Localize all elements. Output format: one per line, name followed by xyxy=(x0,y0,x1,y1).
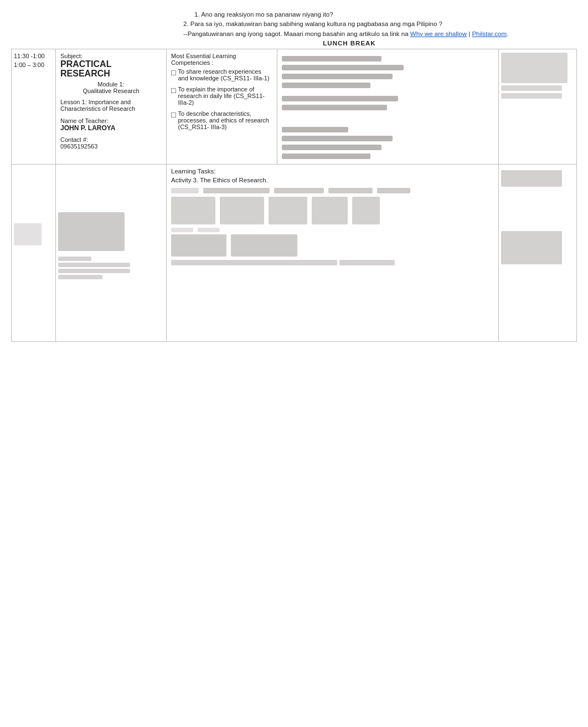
right-image-column xyxy=(499,49,576,164)
teacher-name: JOHN P. LAROYA xyxy=(60,124,162,132)
blur-line-b xyxy=(198,228,220,232)
melc-text-2: To explain the importance of research in… xyxy=(178,86,272,106)
blur-img-2 xyxy=(220,197,264,224)
blur-img-3 xyxy=(269,197,307,224)
blurred-line-7 xyxy=(282,127,348,132)
blur-1 xyxy=(171,188,199,193)
blurred-row-4 xyxy=(171,234,494,257)
blurred-line-5 xyxy=(282,96,398,101)
left-blurred-column xyxy=(12,165,56,341)
module-block: Module 1: Qualitative Research xyxy=(60,81,162,94)
blurred-subject-line-4 xyxy=(58,275,102,279)
subject-title: PRACTICAL RESEARCH xyxy=(60,59,162,79)
blur-2 xyxy=(203,188,270,193)
blur-img-4 xyxy=(312,197,348,224)
blurred-row-5 xyxy=(171,260,494,265)
contact-label: Contact #: xyxy=(60,136,162,143)
contact-block: Contact #: 09635192563 xyxy=(60,136,162,150)
blurred-line-9 xyxy=(282,145,381,150)
blurred-time-block xyxy=(14,223,42,245)
blurred-line-8 xyxy=(282,136,393,141)
melc-text-1: To share research experiences and knowle… xyxy=(178,68,272,81)
learning-tasks-column: Learning Tasks: Activity 3. The Ethics o… xyxy=(167,165,499,341)
module-desc: Qualitative Research xyxy=(60,88,162,94)
blur-long-line-2 xyxy=(339,260,395,265)
philstar-link[interactable]: Philstar.com xyxy=(472,30,507,37)
blur-img-5 xyxy=(352,197,380,224)
main-content-section: 11:30 -1:00 1:00 – 3:00 Subject: PRACTIC… xyxy=(11,49,577,165)
teacher-block: Name of Teacher: JOHN P. LAROYA xyxy=(60,117,162,132)
melc-column: Most Essential Learning Competencies : □… xyxy=(167,49,277,164)
top-section: 1. Ano ang reaksiyon mo sa pananaw niyan… xyxy=(11,6,577,47)
learning-tasks-title: Learning Tasks: xyxy=(171,168,494,175)
pangatuwiran-text: --Pangatuwiranan ang iyong sagot. Maaari… xyxy=(183,30,410,37)
right-blurred-img-1 xyxy=(501,170,562,187)
blurred-line-6 xyxy=(282,105,387,110)
melc-title: Most Essential Learning Competencies : xyxy=(171,53,272,66)
content-blurred-top xyxy=(282,56,494,110)
melc-list: □ To share research experiences and know… xyxy=(171,68,272,130)
melc-item-1: □ To share research experiences and know… xyxy=(171,68,272,81)
melc-item-2: □ To explain the importance of research … xyxy=(171,86,272,106)
blurred-line-2 xyxy=(282,65,404,70)
blurred-line-10 xyxy=(282,153,370,159)
blurred-line-4 xyxy=(282,83,370,88)
contact-number: 09635192563 xyxy=(60,143,162,150)
content-area-column xyxy=(277,49,499,164)
blurred-row-3 xyxy=(171,228,494,232)
time-2: 1:00 – 3:00 xyxy=(14,62,53,68)
melc-bullet-3: □ xyxy=(171,111,176,119)
blurred-subject-img xyxy=(58,212,125,251)
blur-txt-1 xyxy=(171,234,226,257)
subject-line2: RESEARCH xyxy=(60,69,110,78)
right-blurred-column xyxy=(499,165,576,341)
blur-4 xyxy=(328,188,373,193)
blurred-row-1 xyxy=(171,188,494,193)
blurred-line-3 xyxy=(282,74,393,79)
blurred-img-2 xyxy=(501,85,562,91)
teacher-label: Name of Teacher: xyxy=(60,117,162,124)
subject-line1: PRACTICAL xyxy=(60,59,111,69)
page: 1. Ano ang reaksiyon mo sa pananaw niyan… xyxy=(0,0,588,727)
blur-img-1 xyxy=(171,197,215,224)
question-1: 1. Ano ang reaksiyon mo sa pananaw niyan… xyxy=(194,10,515,19)
time-1: 11:30 -1:00 xyxy=(14,53,53,59)
time-column: 11:30 -1:00 1:00 – 3:00 xyxy=(12,49,56,164)
module-label: Module 1: xyxy=(60,81,162,88)
content-blurred-bottom xyxy=(282,127,494,159)
blur-line-a xyxy=(171,228,193,232)
right-blurred-img-2 xyxy=(501,231,562,264)
blurred-line-1 xyxy=(282,56,381,62)
blurred-row-2 xyxy=(171,197,494,224)
mid-blurred-content xyxy=(58,212,164,279)
blur-long-line xyxy=(171,260,337,265)
subject-label: Subject: xyxy=(60,53,162,59)
blurred-subject-line-3 xyxy=(58,269,130,273)
subject-column: Subject: PRACTICAL RESEARCH Module 1: Qu… xyxy=(56,49,167,164)
blurred-img-3 xyxy=(501,93,562,99)
pangatuwiran-line: --Pangatuwiranan ang iyong sagot. Maaari… xyxy=(183,29,515,39)
link-end: . xyxy=(507,30,508,37)
blurred-subject-line-2 xyxy=(58,263,130,267)
activity-title: Activity 3. The Ethics of Research. xyxy=(171,177,494,183)
melc-bullet-2: □ xyxy=(171,86,176,94)
blur-txt-2 xyxy=(231,234,297,257)
melc-text-3: To describe characteristics, processes, … xyxy=(178,110,272,130)
blur-3 xyxy=(274,188,324,193)
mid-blurred-column xyxy=(56,165,167,341)
lunch-break: LUNCH BREAK xyxy=(183,40,515,47)
second-section: Learning Tasks: Activity 3. The Ethics o… xyxy=(11,165,577,342)
blurred-activities xyxy=(171,188,494,265)
lesson-block: Lesson 1: Importance and Characteristics… xyxy=(60,99,162,112)
blurred-subject-line-1 xyxy=(58,257,91,261)
melc-bullet-1: □ xyxy=(171,69,176,76)
questions-block: 1. Ano ang reaksiyon mo sa pananaw niyan… xyxy=(183,10,515,39)
melc-item-3: □ To describe characteristics, processes… xyxy=(171,110,272,130)
blur-5 xyxy=(377,188,410,193)
question-2: 2. Para sa iyo, makatuwiran bang sabihin… xyxy=(183,19,515,29)
blurred-img-1 xyxy=(501,53,568,83)
article-link[interactable]: Why we are shallow xyxy=(410,30,467,37)
